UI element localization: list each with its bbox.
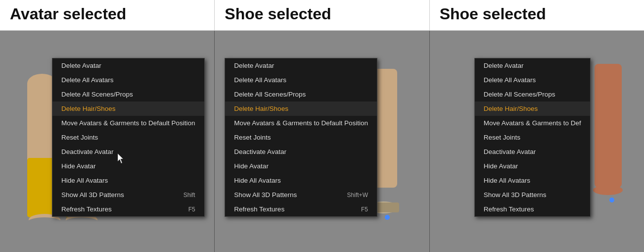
menu-item-delete-hair-2[interactable]: Delete Hair/Shoes [225,101,377,116]
shoe1-panel: Delete Avatar Delete All Avatars Delete … [215,31,429,252]
menu-item-show-all-2[interactable]: Show All 3D Patterns Shift+W [225,188,377,202]
shoe1-title: Shoe selected [225,5,331,23]
menu-item-delete-hair-1[interactable]: Delete Hair/Shoes [52,101,204,116]
menu-item-hide-all-avatars-2[interactable]: Hide All Avatars [225,173,377,188]
header-row: Avatar selected Shoe selected Shoe selec… [0,0,644,31]
menu-item-show-all-3[interactable]: Show All 3D Patterns [475,188,590,202]
menu-item-deactivate-avatar-1[interactable]: Deactivate Avatar [52,145,204,159]
menu-item-delete-hair-3[interactable]: Delete Hair/Shoes [475,101,590,116]
shoe2-title: Shoe selected [440,5,546,23]
shortcut-label: F5 [188,206,195,213]
svg-point-24 [593,185,623,195]
shoe1-context-menu: Delete Avatar Delete All Avatars Delete … [225,58,377,217]
menu-item-delete-all-avatars-1[interactable]: Delete All Avatars [52,73,204,87]
avatar-title: Avatar selected [10,5,126,23]
menu-item-delete-all-scenes-2[interactable]: Delete All Scenes/Props [225,87,377,101]
menu-item-reset-joints-1[interactable]: Reset Joints [52,130,204,145]
menu-item-hide-avatar-3[interactable]: Hide Avatar [475,159,590,173]
menu-item-delete-avatar-3[interactable]: Delete Avatar [475,58,590,73]
menu-item-label: Show All 3D Patterns [234,191,297,199]
menu-item-refresh-1[interactable]: Refresh Textures F5 [52,202,204,216]
menu-item-delete-all-avatars-3[interactable]: Delete All Avatars [475,73,590,87]
menu-item-refresh-3[interactable]: Refresh Textures [475,202,590,216]
svg-marker-10 [118,153,123,163]
shoe2-context-menu: Delete Avatar Delete All Avatars Delete … [474,58,591,217]
menu-item-deactivate-avatar-3[interactable]: Deactivate Avatar [475,145,590,159]
svg-point-9 [64,217,99,227]
shoe2-header-cell: Shoe selected [430,0,644,30]
avatar-context-menu: Delete Avatar Delete All Avatars Delete … [52,58,205,217]
svg-rect-23 [595,64,622,188]
menu-item-move-avatars-2[interactable]: Move Avatars & Garments to Default Posit… [225,116,377,130]
shortcut-label: Shift [184,192,195,199]
svg-point-25 [609,198,614,202]
menu-item-label: Refresh Textures [234,205,284,213]
menu-item-reset-joints-3[interactable]: Reset Joints [475,130,590,145]
avatar-header-cell: Avatar selected [0,0,215,30]
svg-point-8 [27,217,62,227]
menu-item-label: Show All 3D Patterns [61,191,124,199]
content-row: Delete Avatar Delete All Avatars Delete … [0,31,644,252]
menu-item-show-all-1[interactable]: Show All 3D Patterns Shift [52,188,204,202]
svg-point-17 [385,215,390,220]
menu-item-deactivate-avatar-2[interactable]: Deactivate Avatar [225,145,377,159]
menu-item-hide-all-avatars-3[interactable]: Hide All Avatars [475,173,590,188]
menu-item-delete-avatar-1[interactable]: Delete Avatar [52,58,204,73]
menu-item-reset-joints-2[interactable]: Reset Joints [225,130,377,145]
menu-item-refresh-2[interactable]: Refresh Textures F5 [225,202,377,216]
mouse-cursor [118,153,125,163]
menu-item-hide-all-avatars-1[interactable]: Hide All Avatars [52,173,204,188]
shortcut-label: F5 [361,206,368,213]
menu-item-delete-avatar-2[interactable]: Delete Avatar [225,58,377,73]
menu-item-delete-all-scenes-3[interactable]: Delete All Scenes/Props [475,87,590,101]
menu-item-delete-all-avatars-2[interactable]: Delete All Avatars [225,73,377,87]
menu-item-delete-all-scenes-1[interactable]: Delete All Scenes/Props [52,87,204,101]
shortcut-label: Shift+W [347,192,368,199]
menu-item-move-avatars-1[interactable]: Move Avatars & Garments to Default Posit… [52,116,204,130]
menu-item-move-avatars-3[interactable]: Move Avatars & Garments to Def [475,116,590,130]
menu-item-hide-avatar-1[interactable]: Hide Avatar [52,159,204,173]
avatar-panel: Delete Avatar Delete All Avatars Delete … [0,31,215,252]
shoe2-panel: Delete Avatar Delete All Avatars Delete … [430,31,644,252]
menu-item-label: Refresh Textures [61,205,112,213]
menu-item-hide-avatar-2[interactable]: Hide Avatar [225,159,377,173]
shoe1-header-cell: Shoe selected [215,0,429,30]
